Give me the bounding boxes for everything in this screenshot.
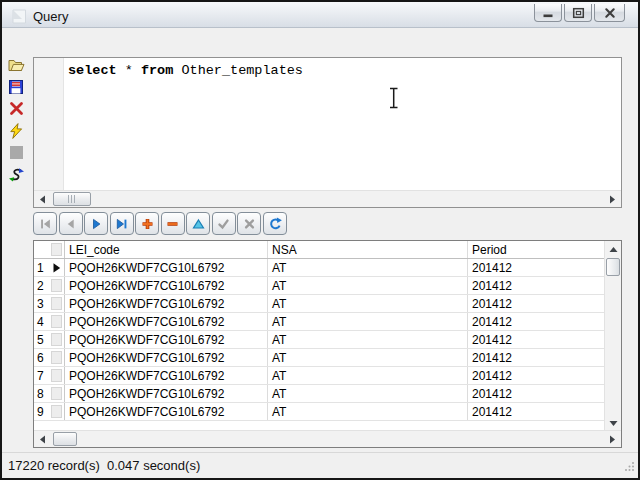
scroll-right-button[interactable] bbox=[604, 431, 621, 447]
table-row[interactable]: 7 PQOH26KWDF7CG10L6792 AT 201412 bbox=[34, 367, 621, 385]
nav-delete-button[interactable] bbox=[161, 212, 185, 235]
cell-nsa[interactable]: AT bbox=[268, 313, 468, 330]
table-row[interactable]: 8 PQOH26KWDF7CG10L6792 AT 201412 bbox=[34, 385, 621, 403]
scroll-right-button[interactable] bbox=[604, 191, 621, 207]
cell-lei-code[interactable]: PQOH26KWDF7CG10L6792 bbox=[65, 385, 268, 402]
row-header-cell: 8 bbox=[34, 385, 65, 402]
current-row-indicator bbox=[51, 279, 62, 292]
cell-period[interactable]: 201412 bbox=[468, 367, 604, 384]
row-number: 2 bbox=[34, 277, 51, 294]
row-number: 3 bbox=[34, 295, 51, 312]
thumb-grip bbox=[68, 195, 76, 203]
cell-period[interactable]: 201412 bbox=[468, 349, 604, 366]
cell-lei-code[interactable]: PQOH26KWDF7CG10L6792 bbox=[65, 367, 268, 384]
window-title: Query bbox=[33, 9, 68, 24]
cell-period[interactable]: 201412 bbox=[468, 259, 604, 276]
table-row[interactable]: 1 PQOH26KWDF7CG10L6792 AT 201412 bbox=[34, 259, 621, 277]
cell-lei-code[interactable]: PQOH26KWDF7CG10L6792 bbox=[65, 259, 268, 276]
nav-first-button[interactable] bbox=[33, 212, 57, 235]
delete-query-button[interactable] bbox=[7, 100, 25, 117]
minimize-button[interactable] bbox=[534, 4, 562, 22]
row-number: 8 bbox=[34, 385, 51, 402]
nav-edit-button[interactable] bbox=[186, 212, 210, 235]
next-record-icon bbox=[89, 217, 104, 231]
cell-lei-code[interactable]: PQOH26KWDF7CG10L6792 bbox=[65, 331, 268, 348]
resize-grip[interactable] bbox=[625, 457, 635, 475]
status-bar: 17220 record(s) 0.047 second(s) bbox=[2, 452, 638, 478]
refresh-session-button[interactable] bbox=[7, 166, 25, 183]
caption-buttons bbox=[534, 4, 625, 22]
row-header-cell: 9 bbox=[34, 403, 65, 420]
column-header-lei-code[interactable]: LEI_code bbox=[65, 241, 268, 258]
title-bar: Query bbox=[2, 2, 638, 28]
nav-next-button[interactable] bbox=[84, 212, 108, 235]
nav-refresh-button[interactable] bbox=[263, 212, 287, 235]
scroll-up-button[interactable] bbox=[605, 241, 622, 257]
table-row[interactable]: 6 PQOH26KWDF7CG10L6792 AT 201412 bbox=[34, 349, 621, 367]
scroll-down-button[interactable] bbox=[605, 415, 622, 431]
row-number: 7 bbox=[34, 367, 51, 384]
cell-lei-code[interactable]: PQOH26KWDF7CG10L6792 bbox=[65, 295, 268, 312]
grid-corner-cell bbox=[34, 241, 65, 258]
current-row-indicator bbox=[51, 297, 62, 310]
cell-lei-code[interactable]: PQOH26KWDF7CG10L6792 bbox=[65, 313, 268, 330]
sql-editor[interactable]: select * from Other_templates bbox=[33, 57, 622, 208]
nav-post-button[interactable] bbox=[212, 212, 236, 235]
row-number: 4 bbox=[34, 313, 51, 330]
sql-token: Other_templates bbox=[173, 63, 303, 78]
scroll-left-button[interactable] bbox=[34, 191, 51, 207]
data-grid: LEI_code NSA Period 1 PQOH26KWDF7CG10L67… bbox=[33, 240, 622, 448]
table-row[interactable]: 5 PQOH26KWDF7CG10L6792 AT 201412 bbox=[34, 331, 621, 349]
cell-nsa[interactable]: AT bbox=[268, 385, 468, 402]
stop-button[interactable] bbox=[7, 144, 25, 161]
row-header-cell: 7 bbox=[34, 367, 65, 384]
row-number: 5 bbox=[34, 331, 51, 348]
row-header-cell: 4 bbox=[34, 313, 65, 330]
cell-period[interactable]: 201412 bbox=[468, 385, 604, 402]
stop-icon bbox=[9, 145, 24, 160]
table-row[interactable]: 9 PQOH26KWDF7CG10L6792 AT 201412 bbox=[34, 403, 621, 421]
row-number: 9 bbox=[34, 403, 51, 420]
current-row-indicator bbox=[51, 315, 62, 328]
last-record-icon bbox=[114, 217, 129, 231]
cell-lei-code[interactable]: PQOH26KWDF7CG10L6792 bbox=[65, 403, 268, 420]
execute-button[interactable] bbox=[7, 122, 25, 139]
maximize-button[interactable] bbox=[564, 4, 592, 22]
table-row[interactable]: 4 PQOH26KWDF7CG10L6792 AT 201412 bbox=[34, 313, 621, 331]
table-row[interactable]: 2 PQOH26KWDF7CG10L6792 AT 201412 bbox=[34, 277, 621, 295]
cell-nsa[interactable]: AT bbox=[268, 367, 468, 384]
cell-nsa[interactable]: AT bbox=[268, 295, 468, 312]
cell-lei-code[interactable]: PQOH26KWDF7CG10L6792 bbox=[65, 349, 268, 366]
open-file-button[interactable] bbox=[7, 56, 25, 73]
grid-vscroll-thumb[interactable] bbox=[606, 258, 620, 276]
cell-period[interactable]: 201412 bbox=[468, 403, 604, 420]
cell-lei-code[interactable]: PQOH26KWDF7CG10L6792 bbox=[65, 277, 268, 294]
execute-icon bbox=[8, 123, 24, 139]
grid-vscrollbar[interactable] bbox=[604, 241, 621, 431]
column-header-nsa[interactable]: NSA bbox=[268, 241, 468, 258]
cell-period[interactable]: 201412 bbox=[468, 331, 604, 348]
minimize-icon bbox=[542, 7, 554, 19]
grid-hscroll-thumb[interactable] bbox=[53, 432, 77, 446]
nav-last-button[interactable] bbox=[110, 212, 134, 235]
cell-nsa[interactable]: AT bbox=[268, 331, 468, 348]
cell-period[interactable]: 201412 bbox=[468, 313, 604, 330]
editor-hscrollbar[interactable] bbox=[34, 190, 621, 207]
cell-nsa[interactable]: AT bbox=[268, 349, 468, 366]
scroll-left-button[interactable] bbox=[34, 431, 51, 447]
close-button[interactable] bbox=[594, 4, 625, 22]
cell-nsa[interactable]: AT bbox=[268, 403, 468, 420]
column-header-period[interactable]: Period bbox=[468, 241, 604, 258]
nav-prior-button[interactable] bbox=[59, 212, 83, 235]
cell-period[interactable]: 201412 bbox=[468, 277, 604, 294]
cell-period[interactable]: 201412 bbox=[468, 295, 604, 312]
nav-cancel-button[interactable] bbox=[237, 212, 261, 235]
cell-nsa[interactable]: AT bbox=[268, 259, 468, 276]
grid-hscrollbar[interactable] bbox=[34, 430, 621, 447]
cell-nsa[interactable]: AT bbox=[268, 277, 468, 294]
save-button[interactable] bbox=[7, 78, 25, 95]
row-header-cell: 1 bbox=[34, 259, 65, 276]
nav-insert-button[interactable] bbox=[135, 212, 159, 235]
table-row[interactable]: 3 PQOH26KWDF7CG10L6792 AT 201412 bbox=[34, 295, 621, 313]
editor-hscroll-thumb[interactable] bbox=[53, 192, 91, 206]
